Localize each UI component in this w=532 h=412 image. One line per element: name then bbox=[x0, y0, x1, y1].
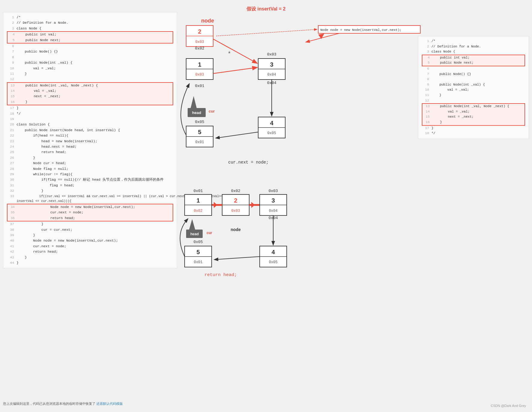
code-line-r2: 2// Definition for a Node. bbox=[422, 44, 525, 50]
bot-ptr-0x04-3: 0x04 bbox=[269, 209, 278, 213]
bot-addr-0x04-label: 0x04 bbox=[268, 216, 278, 220]
code-line: 2// Definition for a Node. bbox=[7, 20, 173, 26]
arrow-04-05 bbox=[216, 132, 258, 138]
node-label-top: node bbox=[201, 18, 214, 24]
code-line: 6 bbox=[7, 44, 173, 49]
arrow-01-03 bbox=[213, 68, 257, 74]
bottom-note: 您上次编辑到这里，代码已从您浏览器本地的临时存储中恢复了 还原默认代码模版 bbox=[3, 401, 123, 406]
code-line: 28 Node flag = null; bbox=[7, 166, 173, 172]
bot-val-2: 2 bbox=[234, 197, 237, 204]
cur-label: cur bbox=[209, 109, 215, 113]
node-val-2: 2 bbox=[198, 28, 201, 35]
bot-arrow-01-02-body bbox=[212, 204, 222, 206]
addr-0x05-top: 0x05 bbox=[195, 120, 204, 124]
code-line: 4 public int val; bbox=[7, 31, 173, 37]
page-title: 假设 insertVal = 2 bbox=[6, 6, 526, 12]
addr-0x03-label: 0x03 bbox=[267, 52, 276, 57]
code-line: 17} bbox=[7, 105, 173, 111]
arrow-05-01 bbox=[181, 84, 189, 135]
arrow-02-03 bbox=[213, 39, 257, 63]
head-label: head bbox=[192, 110, 201, 115]
code-line: 35 cur.next = node; bbox=[7, 210, 173, 215]
code-line-r14: 14 val = _val; bbox=[422, 109, 525, 115]
code-line: 30 if(flag == null){// 标记 head 头节点位置，作为后… bbox=[7, 177, 173, 182]
node-box-0x05 bbox=[186, 126, 213, 147]
code-line: 15 next = _next; bbox=[7, 94, 173, 99]
restore-link[interactable]: 还原默认代码模版 bbox=[96, 402, 123, 405]
return-head-label: return head; bbox=[204, 272, 237, 278]
code-line-r15: 15 next = _next; bbox=[422, 114, 525, 120]
code-line-r13: 13 public Node(int _val, Node _next) { bbox=[422, 103, 525, 109]
node-ptr-0x03-top: 0x03 bbox=[195, 40, 204, 44]
bot-head-block bbox=[186, 230, 203, 238]
node-box-0x01-top bbox=[186, 59, 213, 80]
code-line: 9 public Node(int _val) { bbox=[7, 60, 173, 65]
bot-val-3: 3 bbox=[271, 197, 275, 204]
code-line: 42 return head; bbox=[7, 249, 173, 254]
bot-node-label: node bbox=[231, 227, 241, 232]
node-ptr-0x03-2: 0x03 bbox=[195, 73, 204, 77]
code-line-r12: 12 bbox=[422, 98, 525, 104]
code-line-r18: 18*/ bbox=[422, 131, 525, 136]
asterisk: * bbox=[228, 50, 231, 57]
code-line: 13 public Node(int _val, Node _next) { bbox=[7, 82, 173, 88]
code-line-r10: 10 val = _val; bbox=[422, 87, 525, 93]
code-arrow-down bbox=[318, 34, 324, 39]
node-box-0x02 bbox=[186, 26, 213, 47]
bot-addr-0x01: 0x01 bbox=[193, 189, 203, 193]
bot-ptr-0x05-4: 0x05 bbox=[269, 260, 278, 264]
code-line: 12 bbox=[7, 77, 173, 82]
page-container: 假设 insertVal = 2 1/* 2// Definition for … bbox=[0, 0, 532, 412]
code-line-r9: 9 public Node(int _val) { bbox=[422, 82, 525, 88]
code-line: 29 while(cur != flag){ bbox=[7, 172, 173, 177]
code-line: 26 } bbox=[7, 155, 173, 161]
code-line: 11 } bbox=[7, 71, 173, 77]
code-line: 33 if((cur.val <= insertVal && cur.next.… bbox=[7, 194, 173, 199]
code-line: 14 val = _val; bbox=[7, 88, 173, 94]
new-node-code-box bbox=[318, 26, 420, 33]
bot-arrow-05-01 bbox=[180, 219, 188, 257]
bot-head-arrow bbox=[189, 219, 195, 230]
bot-ptr-0x02-1: 0x02 bbox=[194, 209, 203, 213]
bot-arrow-02-03 bbox=[251, 202, 255, 208]
code-line-r1: 1/* bbox=[422, 39, 525, 44]
watermark: CSDN @Dark And Grey bbox=[491, 404, 526, 407]
code-line: 10 val = _val; bbox=[7, 66, 173, 71]
code-line: 38 cur = cur.next; bbox=[7, 227, 173, 233]
node-val-1-top: 1 bbox=[198, 61, 201, 68]
bot-val-5: 5 bbox=[196, 249, 200, 255]
code-line: 27 Node cur = head; bbox=[7, 161, 173, 166]
new-node-code-text: Node node = new Node(insertVal,cur.next)… bbox=[320, 28, 402, 32]
cur-next-node-label: cur.next = node; bbox=[228, 160, 268, 165]
code-line-r4: 4 public int val; bbox=[422, 55, 525, 61]
code-line-r16: 16 } bbox=[422, 120, 525, 126]
bot-addr-0x03: 0x03 bbox=[268, 189, 278, 193]
node-box-0x04 bbox=[258, 117, 285, 138]
code-panel-right: 1/* 2// Definition for a Node. 3class No… bbox=[418, 36, 529, 139]
code-line: insertVal <= cur.next.val))){ bbox=[7, 199, 173, 204]
code-line: 40 Node node = new Node(insertVal,cur.ne… bbox=[7, 238, 173, 243]
arrow-node-to-code bbox=[216, 29, 317, 36]
code-line: 44} bbox=[7, 260, 173, 266]
bot-node-0x04 bbox=[260, 246, 287, 267]
code-line: 3class Node { bbox=[7, 26, 173, 31]
code-line: 23 head = new Node(insertVal); bbox=[7, 139, 173, 144]
code-line-r11: 11 } bbox=[422, 93, 525, 98]
bot-arrow-04-05 bbox=[215, 257, 260, 260]
bot-head-label: head bbox=[190, 232, 199, 236]
bot-ptr-0x03-2: 0x03 bbox=[231, 209, 240, 213]
code-line: 37 } bbox=[7, 221, 173, 227]
code-line: 24 head.next = head; bbox=[7, 144, 173, 149]
bot-arrow-01-02 bbox=[214, 202, 217, 208]
code-line: 1/* bbox=[7, 15, 173, 20]
bot-val-4: 4 bbox=[271, 249, 275, 255]
node-box-0x03 bbox=[258, 59, 285, 80]
code-panel-left: 1/* 2// Definition for a Node. 3class No… bbox=[3, 12, 177, 268]
node-val-4-top: 4 bbox=[270, 120, 274, 126]
code-line: 21 public Node insert(Node head, int ins… bbox=[7, 128, 173, 133]
code-line-r6: 6 bbox=[422, 66, 525, 72]
node-val-3-top: 3 bbox=[270, 61, 273, 68]
code-line: 19 bbox=[7, 116, 173, 122]
code-line: 7 public Node() {} bbox=[7, 49, 173, 54]
code-line-r7: 7 public Node() {} bbox=[422, 72, 525, 77]
